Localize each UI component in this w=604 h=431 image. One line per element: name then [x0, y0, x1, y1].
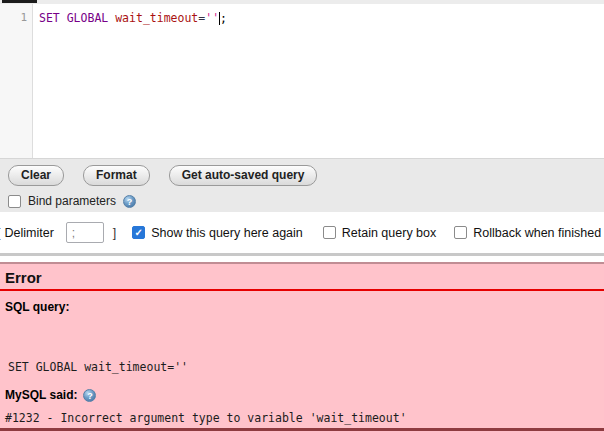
bracket-close: ]: [113, 226, 116, 240]
help-icon[interactable]: ?: [123, 195, 136, 208]
editor-code-area[interactable]: SET GLOBAL wait_timeout='';: [33, 4, 604, 158]
delimiter-label: Delimiter: [4, 226, 53, 240]
bind-parameters-checkbox[interactable]: [8, 195, 21, 208]
delimiter-input[interactable]: [66, 222, 104, 243]
top-strip: [0, 0, 604, 4]
option-rollback: Rollback when finished: [454, 226, 601, 240]
sql-keyword-token: SET GLOBAL: [39, 11, 108, 25]
sql-variable-token: wait_timeout: [115, 11, 198, 25]
show-query-label[interactable]: Show this query here again: [151, 226, 302, 240]
editor-gutter: 1: [0, 4, 33, 158]
clear-button[interactable]: Clear: [8, 165, 64, 186]
line-number: 1: [20, 11, 27, 24]
error-heading: Error: [0, 264, 604, 289]
failed-query-text: SET GLOBAL wait_timeout='': [8, 360, 604, 374]
bind-parameters-label[interactable]: Bind parameters: [28, 194, 116, 208]
bind-parameters-row: Bind parameters ?: [8, 194, 604, 208]
sql-semicolon-token: ;: [220, 11, 227, 25]
option-show-query: ✓ Show this query here again: [132, 226, 302, 240]
sql-string-token: '': [205, 11, 219, 25]
mysql-said-label: MySQL said:: [5, 388, 77, 402]
error-heading-rule: [0, 289, 604, 291]
query-controls-panel: Clear Format Get auto-saved query Bind p…: [0, 158, 604, 212]
retain-box-label[interactable]: Retain query box: [342, 226, 437, 240]
delimiter-options-row: [ Delimiter ] ✓ Show this query here aga…: [0, 212, 604, 253]
show-query-checkbox[interactable]: ✓: [132, 226, 145, 239]
get-autosaved-query-button[interactable]: Get auto-saved query: [169, 165, 318, 186]
window-edge-fragment: [2, 0, 37, 3]
mysql-error-message: #1232 - Incorrect argument type to varia…: [5, 411, 604, 425]
retain-box-checkbox[interactable]: [323, 226, 336, 239]
sql-query-label: SQL query:: [5, 300, 604, 314]
mysql-said-row: MySQL said: ?: [5, 388, 604, 402]
rollback-label[interactable]: Rollback when finished: [473, 226, 601, 240]
button-row: Clear Format Get auto-saved query: [8, 165, 604, 186]
sql-editor[interactable]: 1 SET GLOBAL wait_timeout='';: [0, 4, 604, 158]
error-panel: Error SQL query: SET GLOBAL wait_timeout…: [0, 262, 604, 431]
help-icon[interactable]: ?: [83, 389, 96, 402]
option-retain-box: Retain query box: [323, 226, 437, 240]
format-button[interactable]: Format: [83, 165, 150, 186]
phpmyadmin-sql-console: 1 SET GLOBAL wait_timeout=''; Clear Form…: [0, 0, 604, 431]
rollback-checkbox[interactable]: [454, 226, 467, 239]
